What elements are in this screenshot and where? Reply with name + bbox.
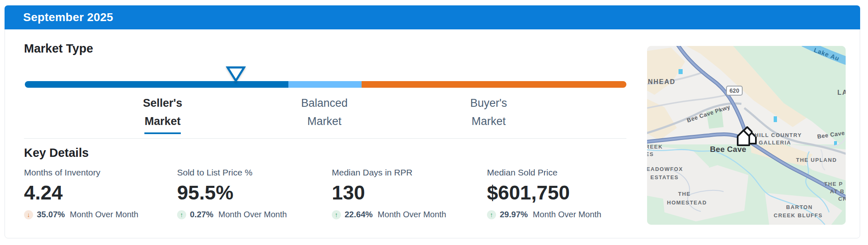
stat-value: $601,750 (487, 182, 636, 204)
trend-down-icon: ↓ (24, 210, 33, 219)
stat-value: 95.5% (177, 182, 326, 204)
market-label-sellers: Seller's Market (109, 94, 216, 134)
barton-label: BARTON (786, 204, 813, 210)
change-percent: 29.97% (500, 210, 528, 219)
stat-median-days-in-rpr: Median Days in RPR 130 ↑ 22.64% Month Ov… (332, 168, 481, 219)
change-period-label: Month Over Month (533, 210, 602, 219)
change-period-label: Month Over Month (378, 210, 446, 219)
stat-median-sold-price: Median Sold Price $601,750 ↑ 29.97% Mont… (487, 168, 636, 219)
month-over-month-row: ↓ 35.07% Month Over Month (24, 210, 173, 219)
card-header: September 2025 (5, 5, 860, 29)
month-over-month-row: ↑ 0.27% Month Over Month (177, 210, 326, 219)
change-percent: 22.64% (345, 210, 373, 219)
estates-label: ESTATES (650, 174, 679, 180)
the-p-label: THE P (824, 181, 843, 187)
stat-value: 130 (332, 182, 481, 204)
meadowfox-label: MEADOWFOX (647, 166, 683, 172)
the-homestead-label-1: THE (678, 191, 691, 197)
section-divider (24, 138, 626, 139)
trend-up-icon: ↑ (332, 210, 341, 219)
map-thumbnail[interactable]: 620 Lake Au NHEAD LA Bee Cave Pkwy HILL … (647, 46, 846, 225)
market-report-card: September 2025 Market Type Seller's Mark… (5, 5, 860, 238)
market-label-balanced: Balanced Market (271, 94, 378, 130)
change-period-label: Month Over Month (70, 210, 139, 219)
stat-sold-to-list-price: Sold to List Price % 95.5% ↑ 0.27% Month… (177, 168, 326, 219)
the-homestead-label-2: HOMESTEAD (667, 199, 707, 206)
route-620-shield: 620 (727, 86, 742, 95)
the-upland-label: THE UPLAND (796, 157, 837, 163)
market-type-heading: Market Type (24, 42, 93, 55)
stat-value: 4.24 (24, 182, 173, 204)
market-position-marker-icon[interactable] (226, 66, 246, 84)
buyer-market-segment (362, 81, 626, 88)
month-over-month-row: ↑ 22.64% Month Over Month (332, 210, 481, 219)
trend-up-icon: ↑ (177, 210, 186, 219)
market-label-buyers: Buyer's Market (435, 94, 542, 130)
svg-text:620: 620 (729, 87, 739, 94)
hill-country-label: HILL COUNTRY (755, 132, 802, 138)
market-type-slider (25, 81, 626, 88)
market-type-track (25, 81, 626, 88)
stat-label: Median Days in RPR (332, 168, 481, 178)
change-percent: 0.27% (190, 210, 213, 219)
key-details-heading: Key Details (24, 146, 89, 160)
stat-label: Median Sold Price (487, 168, 636, 178)
stat-months-of-inventory: Months of Inventory 4.24 ↓ 35.07% Month … (24, 168, 173, 219)
galleria-label: GALLERIA (759, 139, 791, 146)
balanced-market-segment (288, 81, 362, 88)
change-percent: 35.07% (37, 210, 65, 219)
la-label: LA (837, 89, 846, 96)
change-period-label: Month Over Month (218, 210, 287, 219)
bee-cave-town-label: Bee Cave (710, 145, 746, 154)
report-month-title: September 2025 (23, 11, 113, 24)
cr-label: CR (838, 196, 846, 202)
creek-bluffs-label: CREEK BLUFFS (774, 212, 822, 219)
creek-label: REEK (647, 144, 663, 150)
es-label: ES (647, 151, 654, 157)
stat-label: Sold to List Price % (177, 168, 326, 178)
seller-market-segment (25, 81, 288, 88)
at-b-label: AT B (830, 188, 844, 195)
month-over-month-row: ↑ 29.97% Month Over Month (487, 210, 636, 219)
nhead-label: NHEAD (648, 78, 676, 85)
market-trends-page: September 2025 Market Type Seller's Mark… (0, 0, 868, 245)
stat-label: Months of Inventory (24, 168, 173, 178)
trend-up-icon: ↑ (487, 210, 496, 219)
